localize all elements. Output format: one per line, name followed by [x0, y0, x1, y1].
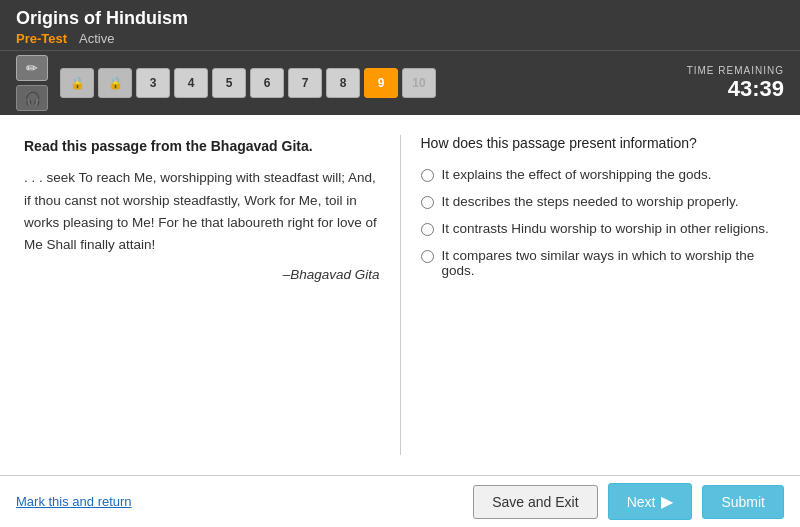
audio-tool-button[interactable]: 🎧 — [16, 85, 48, 111]
lock-icon-2: 🔒 — [108, 76, 123, 90]
passage-citation: –Bhagavad Gita — [24, 264, 380, 286]
question-navigation: 🔒 🔒 3 4 5 6 7 8 9 10 — [60, 68, 687, 98]
option-b[interactable]: It describes the steps needed to worship… — [421, 194, 777, 209]
answer-options: It explains the effect of worshipping th… — [421, 167, 777, 278]
toolbar: ✏ 🎧 🔒 🔒 3 4 5 6 7 8 9 10 TIME REMAINING … — [0, 50, 800, 115]
option-a[interactable]: It explains the effect of worshipping th… — [421, 167, 777, 182]
radio-a[interactable] — [421, 169, 434, 182]
panel-divider — [400, 135, 401, 455]
nav-button-6[interactable]: 6 — [250, 68, 284, 98]
headphones-icon: 🎧 — [24, 90, 41, 106]
nav-button-7[interactable]: 7 — [288, 68, 322, 98]
option-d-text: It compares two similar ways in which to… — [442, 248, 777, 278]
nav-button-10[interactable]: 10 — [402, 68, 436, 98]
timer-value: 43:39 — [687, 76, 784, 102]
nav-button-1[interactable]: 🔒 — [60, 68, 94, 98]
nav-button-5[interactable]: 5 — [212, 68, 246, 98]
option-c[interactable]: It contrasts Hindu worship to worship in… — [421, 221, 777, 236]
nav-button-4[interactable]: 4 — [174, 68, 208, 98]
footer-actions: Save and Exit Next ▶ Submit — [473, 483, 784, 520]
lock-icon-1: 🔒 — [70, 76, 85, 90]
timer-label: TIME REMAINING — [687, 65, 784, 76]
passage-header: Read this passage from the Bhagavad Gita… — [24, 135, 380, 157]
option-c-text: It contrasts Hindu worship to worship in… — [442, 221, 769, 236]
next-arrow-icon: ▶ — [661, 492, 673, 511]
tool-buttons: ✏ 🎧 — [16, 55, 48, 111]
option-b-text: It describes the steps needed to worship… — [442, 194, 739, 209]
page-header: Origins of Hinduism Pre-Test Active — [0, 0, 800, 50]
save-exit-button[interactable]: Save and Exit — [473, 485, 597, 519]
nav-button-9[interactable]: 9 — [364, 68, 398, 98]
next-button[interactable]: Next ▶ — [608, 483, 693, 520]
mark-return-link[interactable]: Mark this and return — [16, 494, 132, 509]
pretest-label: Pre-Test — [16, 31, 67, 46]
next-button-label: Next — [627, 494, 656, 510]
option-a-text: It explains the effect of worshipping th… — [442, 167, 712, 182]
content-area: Read this passage from the Bhagavad Gita… — [0, 115, 800, 475]
radio-b[interactable] — [421, 196, 434, 209]
radio-c[interactable] — [421, 223, 434, 236]
pencil-icon: ✏ — [26, 60, 38, 76]
nav-button-8[interactable]: 8 — [326, 68, 360, 98]
question-panel: How does this passage present informatio… — [421, 135, 777, 455]
passage-body: . . . seek To reach Me, worshipping with… — [24, 167, 380, 256]
option-d[interactable]: It compares two similar ways in which to… — [421, 248, 777, 278]
timer: TIME REMAINING 43:39 — [687, 65, 784, 102]
page-title: Origins of Hinduism — [16, 8, 784, 29]
passage-panel: Read this passage from the Bhagavad Gita… — [24, 135, 380, 455]
radio-d[interactable] — [421, 250, 434, 263]
footer: Mark this and return Save and Exit Next … — [0, 475, 800, 527]
status-label: Active — [79, 31, 114, 46]
submit-button[interactable]: Submit — [702, 485, 784, 519]
question-text: How does this passage present informatio… — [421, 135, 777, 151]
main-content: Read this passage from the Bhagavad Gita… — [0, 115, 800, 527]
nav-button-2[interactable]: 🔒 — [98, 68, 132, 98]
pencil-tool-button[interactable]: ✏ — [16, 55, 48, 81]
nav-button-3[interactable]: 3 — [136, 68, 170, 98]
